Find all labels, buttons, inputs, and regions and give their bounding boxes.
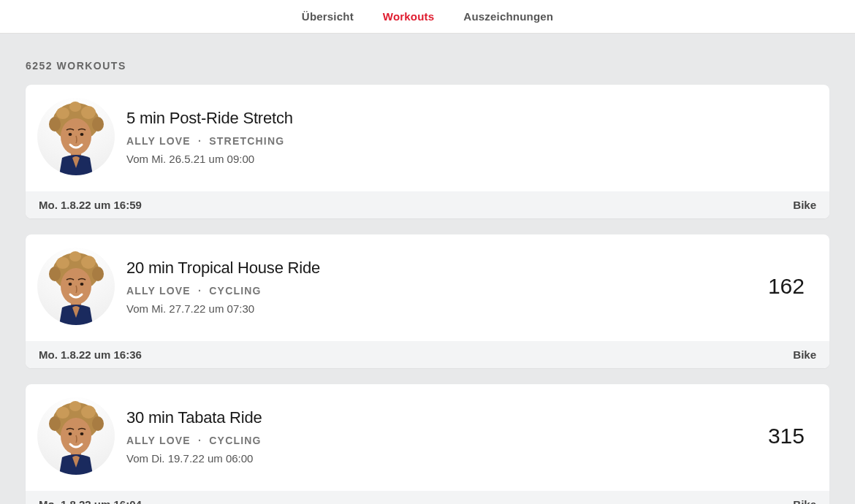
svg-point-3 bbox=[69, 102, 81, 112]
workout-card-footer: Mo. 1.8.22 um 16:04 Bike bbox=[26, 491, 829, 504]
workout-card[interactable]: 30 min Tabata Ride ALLY LOVE · CYCLING V… bbox=[26, 384, 829, 504]
svg-point-25 bbox=[92, 416, 104, 431]
svg-point-24 bbox=[49, 416, 61, 431]
workout-meta: ALLY LOVE · CYCLING bbox=[126, 285, 768, 297]
workout-device: Bike bbox=[793, 498, 816, 504]
meta-separator: · bbox=[198, 435, 202, 446]
meta-separator: · bbox=[198, 285, 202, 297]
workout-metric: 315 bbox=[768, 424, 809, 448]
workout-instructor: ALLY LOVE bbox=[126, 135, 191, 147]
workout-category: CYCLING bbox=[209, 435, 261, 446]
svg-point-21 bbox=[56, 407, 69, 419]
svg-point-12 bbox=[81, 256, 96, 269]
workout-info: 30 min Tabata Ride ALLY LOVE · CYCLING V… bbox=[126, 408, 768, 465]
svg-point-4 bbox=[49, 117, 61, 131]
workout-date: Mo. 1.8.22 um 16:04 bbox=[39, 498, 142, 504]
svg-point-1 bbox=[56, 107, 69, 119]
workout-instructor: ALLY LOVE bbox=[126, 435, 191, 446]
svg-point-22 bbox=[81, 405, 96, 419]
workout-meta: ALLY LOVE · CYCLING bbox=[126, 435, 768, 446]
svg-point-11 bbox=[56, 257, 69, 269]
content-area: 6252 WORKOUTS bbox=[0, 34, 855, 504]
workout-title: 20 min Tropical House Ride bbox=[126, 259, 768, 278]
svg-point-29 bbox=[80, 432, 84, 435]
workout-card[interactable]: 5 min Post-Ride Stretch ALLY LOVE · STRE… bbox=[26, 85, 829, 218]
svg-point-5 bbox=[92, 117, 104, 131]
workout-card[interactable]: 20 min Tropical House Ride ALLY LOVE · C… bbox=[26, 234, 829, 368]
tab-workouts[interactable]: Workouts bbox=[383, 10, 435, 23]
workout-title: 30 min Tabata Ride bbox=[126, 408, 768, 427]
tab-awards[interactable]: Auszeichnungen bbox=[463, 10, 553, 23]
workout-device: Bike bbox=[793, 348, 816, 361]
workout-card-footer: Mo. 1.8.22 um 16:59 Bike bbox=[26, 191, 829, 218]
svg-point-13 bbox=[69, 251, 81, 261]
svg-point-8 bbox=[69, 133, 72, 136]
workout-info: 5 min Post-Ride Stretch ALLY LOVE · STRE… bbox=[126, 109, 809, 165]
workout-subtext: Vom Mi. 27.7.22 um 07:30 bbox=[126, 302, 768, 315]
svg-point-2 bbox=[81, 106, 96, 119]
meta-separator: · bbox=[198, 135, 202, 147]
instructor-avatar bbox=[37, 98, 115, 175]
workout-metric: 162 bbox=[768, 274, 809, 299]
workout-card-body: 20 min Tropical House Ride ALLY LOVE · C… bbox=[26, 234, 829, 341]
tab-overview[interactable]: Übersicht bbox=[302, 10, 354, 23]
svg-point-19 bbox=[80, 283, 84, 286]
workout-date: Mo. 1.8.22 um 16:36 bbox=[39, 348, 142, 361]
workout-meta: ALLY LOVE · STRETCHING bbox=[126, 135, 809, 147]
svg-point-28 bbox=[69, 432, 72, 435]
svg-point-23 bbox=[69, 401, 81, 411]
workout-category: STRETCHING bbox=[209, 135, 284, 147]
workout-date: Mo. 1.8.22 um 16:59 bbox=[39, 199, 142, 211]
svg-point-18 bbox=[69, 283, 72, 286]
workout-title: 5 min Post-Ride Stretch bbox=[126, 109, 809, 128]
workout-card-body: 5 min Post-Ride Stretch ALLY LOVE · STRE… bbox=[26, 85, 829, 191]
workouts-count-header: 6252 WORKOUTS bbox=[26, 34, 829, 85]
svg-point-9 bbox=[80, 133, 84, 136]
workout-subtext: Vom Di. 19.7.22 um 06:00 bbox=[126, 452, 768, 465]
workout-card-footer: Mo. 1.8.22 um 16:36 Bike bbox=[26, 341, 829, 368]
top-nav: Übersicht Workouts Auszeichnungen bbox=[0, 0, 855, 34]
instructor-avatar bbox=[37, 397, 115, 475]
svg-point-15 bbox=[92, 267, 104, 281]
workout-info: 20 min Tropical House Ride ALLY LOVE · C… bbox=[126, 259, 768, 315]
svg-point-14 bbox=[49, 267, 61, 281]
instructor-avatar bbox=[37, 248, 115, 325]
workout-device: Bike bbox=[793, 199, 816, 211]
workout-subtext: Vom Mi. 26.5.21 um 09:00 bbox=[126, 153, 809, 165]
workout-card-body: 30 min Tabata Ride ALLY LOVE · CYCLING V… bbox=[26, 384, 829, 491]
workout-category: CYCLING bbox=[209, 285, 261, 297]
workout-instructor: ALLY LOVE bbox=[126, 285, 191, 297]
